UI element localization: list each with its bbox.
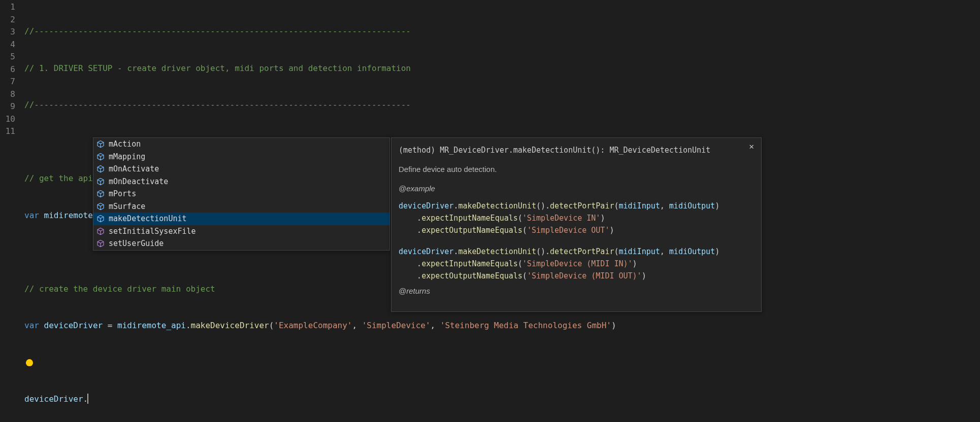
line-number: 3 — [0, 26, 15, 39]
field-icon — [96, 178, 105, 186]
method-icon — [96, 239, 105, 248]
close-icon[interactable]: ✕ — [747, 142, 756, 151]
code-comment: //--------------------------------------… — [24, 100, 411, 110]
suggest-item-mOnActivate[interactable]: mOnActivate — [93, 163, 389, 175]
code-string: 'Steinberg Media Technologies GmbH' — [440, 321, 611, 330]
line-number: 6 — [0, 63, 15, 76]
suggest-item-mOnDeactivate[interactable]: mOnDeactivate — [93, 175, 389, 188]
suggest-item-mPorts[interactable]: mPorts — [93, 188, 389, 200]
suggest-item-mSurface[interactable]: mSurface — [93, 200, 389, 213]
line-number: 4 — [0, 39, 15, 51]
suggest-item-mAction[interactable]: mAction — [93, 138, 389, 151]
suggest-item-mMapping[interactable]: mMapping — [93, 151, 389, 163]
suggest-item-label: mPorts — [109, 188, 136, 200]
line-number: 11 — [0, 125, 15, 138]
jsdoc-tag: @returns — [399, 285, 754, 297]
suggest-item-makeDetectionUnit[interactable]: makeDetectionUnit — [93, 213, 389, 225]
line-number: 9 — [0, 100, 15, 113]
field-icon — [96, 165, 105, 173]
example-code-block: deviceDriver.makeDetectionUnit().detectP… — [399, 245, 754, 282]
suggest-item-label: mOnDeactivate — [109, 175, 168, 188]
lightbulb-icon[interactable] — [26, 359, 33, 366]
code-identifier: deviceDriver — [24, 394, 83, 404]
field-icon — [96, 215, 105, 223]
suggest-item-label: mAction — [109, 138, 141, 150]
code-comment: // 1. DRIVER SETUP - create driver objec… — [24, 63, 411, 73]
suggest-item-label: mSurface — [109, 200, 145, 213]
example-code-block: deviceDriver.makeDetectionUnit().detectP… — [399, 200, 754, 236]
suggest-item-label: makeDetectionUnit — [109, 213, 187, 225]
code-string: 'ExampleCompany' — [274, 321, 352, 330]
description-text: Define device auto detection. — [399, 163, 754, 175]
intellisense-details-widget: ✕ (method) MR_DeviceDriver.makeDetection… — [391, 137, 762, 312]
code-comment: // create the device driver main object — [24, 284, 215, 294]
line-number: 5 — [0, 51, 15, 63]
code-comment: //--------------------------------------… — [24, 26, 411, 36]
line-number: 7 — [0, 76, 15, 88]
suggest-item-label: mOnActivate — [109, 163, 159, 175]
field-icon — [96, 153, 105, 161]
line-number: 8 — [0, 88, 15, 101]
code-function: makeDeviceDriver — [191, 321, 269, 330]
line-number: 10 — [0, 113, 15, 126]
code-identifier: midiremote_api — [117, 321, 186, 330]
suggest-item-setUserGuide[interactable]: setUserGuide — [93, 237, 389, 250]
suggest-item-setInitialSysexFile[interactable]: setInitialSysexFile — [93, 225, 389, 238]
line-number-gutter: 1 2 3 4 5 6 7 8 9 10 11 — [0, 1, 24, 422]
signature-text: (method) MR_DeviceDriver.makeDetectionUn… — [399, 144, 754, 156]
intellisense-suggest-widget[interactable]: mActionmMappingmOnActivatemOnDeactivatem… — [93, 137, 390, 251]
suggest-item-label: setInitialSysexFile — [109, 225, 196, 237]
line-number: 1 — [0, 1, 15, 14]
jsdoc-tag: @example — [399, 183, 754, 195]
field-icon — [96, 140, 105, 148]
line-number: 2 — [0, 14, 15, 26]
field-icon — [96, 190, 105, 198]
method-icon — [96, 227, 105, 235]
field-icon — [96, 202, 105, 210]
code-string: 'SimpleDevice' — [362, 321, 431, 330]
suggest-item-label: setUserGuide — [109, 237, 164, 250]
suggest-item-label: mMapping — [109, 151, 145, 163]
text-cursor — [87, 394, 88, 404]
code-keyword: var — [24, 321, 39, 330]
code-identifier: deviceDriver — [44, 321, 103, 330]
code-keyword: var — [24, 210, 39, 220]
